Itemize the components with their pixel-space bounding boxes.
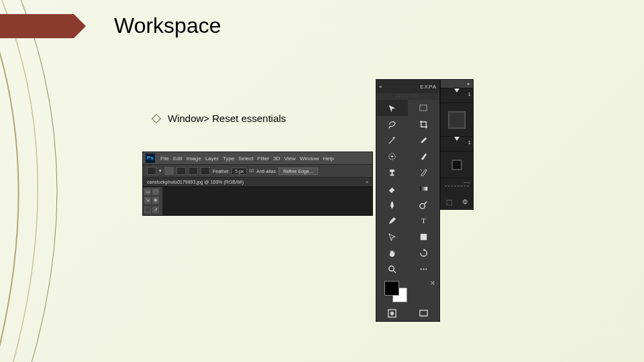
ps-document-tab[interactable]: canstockphoto0179893.jpg @ 100% (RGB/8#)… <box>143 178 372 187</box>
menu-filter[interactable]: Filter <box>258 156 270 162</box>
menu-select[interactable]: Select <box>238 156 253 162</box>
navigator-thumbnail[interactable] <box>441 103 473 137</box>
bullet-text: Window> Reset essentials <box>168 113 286 124</box>
svg-rect-12 <box>420 310 427 315</box>
more-tool[interactable] <box>408 261 439 277</box>
svg-point-3 <box>420 203 425 208</box>
zoom-tool[interactable] <box>376 261 408 277</box>
svg-point-11 <box>390 311 394 315</box>
path-tool[interactable] <box>376 229 408 245</box>
slide-title: Workspace <box>114 13 221 38</box>
hist-value: 1 <box>468 91 471 97</box>
lasso-tool[interactable] <box>376 116 408 132</box>
svg-rect-2 <box>420 186 427 190</box>
toolbox-grid: T <box>376 100 439 277</box>
brush-tool[interactable] <box>408 148 439 164</box>
eyedropper-tool[interactable] <box>408 132 439 148</box>
feather-input[interactable]: 5 px <box>231 168 247 175</box>
mini-tool-2[interactable]: ⬚ <box>152 188 159 195</box>
right-panel-dock: ▸ 1 1 ····· ⬚ Φ <box>440 79 474 210</box>
quickmask-toggle[interactable] <box>376 305 408 321</box>
photoshop-menubar-screenshot: Ps File Edit Image Layer Type Select Fil… <box>142 152 373 216</box>
svg-rect-5 <box>421 233 427 239</box>
document-tab-title: canstockphoto0179893.jpg @ 100% (RGB/8#) <box>147 180 244 184</box>
menu-view[interactable]: View <box>284 156 296 162</box>
dodge-tool[interactable] <box>408 196 439 213</box>
stroke-value: ····· <box>464 180 471 186</box>
toolbox-grip[interactable]: ::::::::: <box>376 93 439 100</box>
hand-tool[interactable] <box>376 245 408 261</box>
color-preview-thumbnail[interactable] <box>441 152 473 178</box>
toolbox-expand-label: EXPA <box>420 84 437 90</box>
svg-rect-14 <box>449 111 466 128</box>
ps-logo-icon: Ps <box>146 154 155 163</box>
feather-label: Feather <box>213 169 229 174</box>
bullet-item: Window> Reset essentials <box>153 113 286 124</box>
svg-text:T: T <box>421 217 426 225</box>
eraser-tool[interactable] <box>376 180 408 196</box>
selection-sub-icon[interactable] <box>189 167 198 175</box>
history-brush-tool[interactable] <box>408 164 439 180</box>
svg-rect-0 <box>420 105 427 110</box>
menu-image[interactable]: Image <box>186 156 201 162</box>
brush-stroke-preview: ····· <box>441 178 473 194</box>
menu-layer[interactable]: Layer <box>205 156 219 162</box>
histogram-strip[interactable]: 1 <box>441 88 473 103</box>
slider-cursor-icon[interactable] <box>454 137 460 141</box>
swap-colors-icon[interactable]: ⤭ <box>430 280 435 286</box>
marquee-tool[interactable] <box>408 100 439 116</box>
diamond-bullet-icon <box>152 113 161 123</box>
antialias-label[interactable]: Anti-alias <box>256 169 276 174</box>
screenmode-toggle[interactable] <box>408 305 439 321</box>
menu-edit[interactable]: Edit <box>173 156 182 162</box>
mini-tool-5[interactable]: ⬛ <box>144 206 151 213</box>
pen-tool[interactable] <box>376 213 408 229</box>
svg-rect-13 <box>421 316 427 316</box>
panel-foot-icon-b[interactable]: Φ <box>462 198 468 206</box>
ps-canvas-area <box>163 187 372 215</box>
shape-tool[interactable] <box>408 229 439 245</box>
menu-help[interactable]: Help <box>323 156 333 162</box>
mini-tool-3[interactable]: ⇲ <box>144 197 151 204</box>
menu-3d[interactable]: 3D <box>273 156 280 162</box>
rotate-tool[interactable] <box>408 245 439 261</box>
ps-options-bar: ▾ Feather 5 px ☑ Anti-alias Refine Edge.… <box>143 165 372 178</box>
ps-main-menu: Ps File Edit Image Layer Type Select Fil… <box>143 152 372 165</box>
healing-tool[interactable] <box>376 148 408 164</box>
brush-size-strip[interactable]: 1 <box>441 137 473 152</box>
brush-value: 1 <box>468 139 471 145</box>
tool-preset-icon[interactable] <box>147 167 156 175</box>
menu-window[interactable]: Window <box>300 156 319 162</box>
menu-type[interactable]: Type <box>223 156 234 162</box>
move-tool[interactable] <box>376 100 408 116</box>
gradient-tool[interactable] <box>408 180 439 196</box>
mini-tool-6[interactable]: ↗ <box>152 206 159 213</box>
color-swatch-area: ⤭ <box>376 277 439 305</box>
panel-foot-icon-a[interactable]: ⬚ <box>446 198 452 206</box>
svg-point-9 <box>425 268 427 269</box>
photoshop-toolbox-panel: « EXPA ::::::::: T ⤭ <box>376 79 440 322</box>
selection-add-icon[interactable] <box>176 167 186 175</box>
wand-tool[interactable] <box>376 132 408 148</box>
title-accent-block <box>0 14 74 38</box>
selection-int-icon[interactable] <box>201 167 210 175</box>
ps-mini-toolstrip: ▭ ⬚ ⇲ ✥ ⬛ ↗ <box>143 187 163 215</box>
selection-mode-icon[interactable] <box>164 167 174 175</box>
foreground-color-swatch[interactable] <box>384 281 399 296</box>
mini-tool-1[interactable]: ▭ <box>144 188 151 195</box>
crop-tool[interactable] <box>408 116 439 132</box>
slide-title-bar: Workspace <box>0 13 221 38</box>
svg-point-8 <box>423 268 424 269</box>
menu-file[interactable]: File <box>160 156 169 162</box>
tab-close-icon[interactable]: × <box>366 180 368 184</box>
mini-tool-4[interactable]: ✥ <box>152 197 159 204</box>
refine-edge-button[interactable]: Refine Edge... <box>278 168 317 175</box>
stamp-tool[interactable] <box>376 164 408 180</box>
panel-collapse-icon[interactable]: ▸ <box>441 80 473 88</box>
slider-cursor-icon[interactable] <box>454 88 460 93</box>
toolbox-collapse-icon[interactable]: « <box>379 84 382 90</box>
svg-rect-15 <box>452 160 462 170</box>
svg-point-6 <box>389 265 394 271</box>
type-tool[interactable]: T <box>408 213 439 229</box>
blur-tool[interactable] <box>376 196 408 213</box>
